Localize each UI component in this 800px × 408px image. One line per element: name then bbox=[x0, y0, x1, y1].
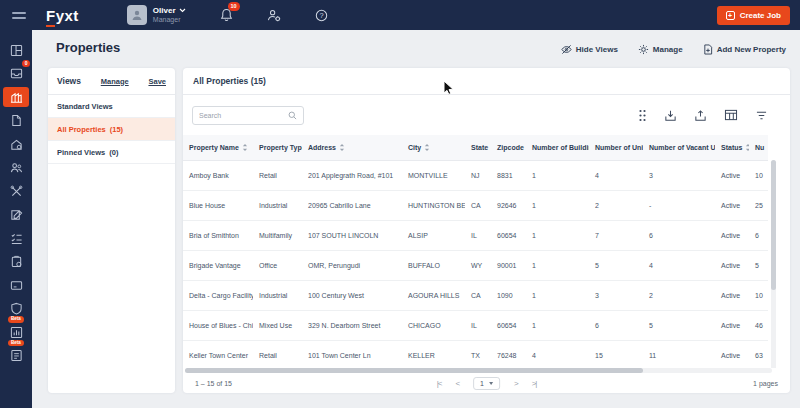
vertical-scrollbar-thumb[interactable] bbox=[771, 160, 776, 290]
table-cell: 6 bbox=[643, 220, 715, 250]
clipboard-clock-icon bbox=[10, 255, 23, 268]
page-select[interactable]: 1 bbox=[473, 377, 500, 390]
sidebar-item-tenants[interactable] bbox=[3, 134, 29, 154]
table-cell: NJ bbox=[465, 160, 491, 190]
shield-icon bbox=[10, 302, 23, 315]
table-cell: 92646 bbox=[491, 190, 526, 220]
column-header-label: Zipcode bbox=[497, 144, 524, 151]
sidebar-item-schedule[interactable] bbox=[3, 252, 29, 272]
table-cell: 100 Century West bbox=[302, 280, 402, 310]
table-row[interactable]: Keller Town CenterRetail101 Town Center … bbox=[183, 340, 768, 368]
sidebar-item-properties[interactable] bbox=[3, 87, 29, 107]
column-header-label: Address bbox=[308, 144, 336, 151]
main-panel: All Properties (15) bbox=[183, 68, 790, 393]
column-header-label: State bbox=[471, 144, 488, 151]
table-cell: Office bbox=[253, 250, 302, 280]
sidebar-nav: 0 Beta Beta bbox=[0, 30, 32, 408]
sidebar-item-tasks[interactable] bbox=[3, 205, 29, 225]
sidebar-item-documents[interactable] bbox=[3, 111, 29, 131]
columns-icon[interactable] bbox=[724, 109, 738, 121]
table-cell: 76248 bbox=[491, 340, 526, 368]
table-cell: 2 bbox=[589, 190, 643, 220]
column-header[interactable]: Number of Buildings bbox=[526, 135, 589, 160]
table-row[interactable]: Amboy BankRetail201 Applegrath Road, #10… bbox=[183, 160, 768, 190]
create-job-button[interactable]: + Create Job bbox=[717, 6, 790, 25]
sidebar-item-billing[interactable] bbox=[3, 275, 29, 295]
table-row[interactable]: Bria of SmithtonMultifamily107 SOUTH LIN… bbox=[183, 220, 768, 250]
table-cell: Brigade Vantage bbox=[183, 250, 253, 280]
sidebar-item-inbox[interactable]: 0 bbox=[3, 64, 29, 84]
column-header[interactable]: City bbox=[402, 135, 465, 160]
table-cell: 5 bbox=[589, 250, 643, 280]
chevron-down-icon bbox=[179, 8, 186, 13]
column-header[interactable]: State bbox=[465, 135, 491, 160]
table-cell: Multifamily bbox=[253, 220, 302, 250]
prev-page-button[interactable]: < bbox=[455, 379, 459, 388]
sidebar-item-checklist[interactable] bbox=[3, 228, 29, 248]
export-icon[interactable] bbox=[694, 109, 707, 122]
add-new-property-button[interactable]: Add New Property bbox=[703, 44, 786, 55]
import-icon[interactable] bbox=[664, 109, 677, 122]
search-box[interactable] bbox=[192, 106, 304, 125]
column-header[interactable]: Status bbox=[715, 135, 749, 160]
hide-views-button[interactable]: Hide Views bbox=[561, 44, 618, 55]
drag-dots-icon[interactable] bbox=[638, 109, 647, 122]
person-icon bbox=[131, 9, 143, 21]
table-cell: 107 SOUTH LINCOLN bbox=[302, 220, 402, 250]
column-header[interactable]: Number of Units bbox=[589, 135, 643, 160]
table-cell: House of Blues - Chicago bbox=[183, 310, 253, 340]
table-cell: 1 bbox=[526, 250, 589, 280]
table-cell: IL bbox=[465, 310, 491, 340]
table-cell: KELLER bbox=[402, 340, 465, 368]
notifications-badge: 10 bbox=[228, 2, 240, 11]
team-icon bbox=[10, 161, 23, 174]
next-page-button[interactable]: > bbox=[514, 379, 518, 388]
column-header-label: Property Name bbox=[189, 144, 239, 151]
search-input[interactable] bbox=[199, 112, 288, 119]
last-page-button[interactable]: >| bbox=[532, 379, 537, 388]
table-cell: 4 bbox=[526, 340, 589, 368]
top-bar: Fyxt Oliver Manager 10 ? + Create bbox=[0, 0, 800, 30]
column-header[interactable]: Property Name bbox=[183, 135, 253, 160]
table-row[interactable]: House of Blues - ChicagoMixed Use329 N. … bbox=[183, 310, 768, 340]
table-cell: Active bbox=[715, 190, 749, 220]
table-cell: HUNTINGTON BEACH bbox=[402, 190, 465, 220]
first-page-button[interactable]: |< bbox=[437, 379, 442, 388]
column-header[interactable]: Address bbox=[302, 135, 402, 160]
sidebar-item-reports[interactable]: Beta bbox=[3, 346, 29, 366]
view-item[interactable]: All Properties(15) bbox=[48, 118, 175, 141]
sidebar-item-maintenance[interactable] bbox=[3, 181, 29, 201]
view-item-label: Pinned Views bbox=[57, 148, 105, 157]
table-row[interactable]: Brigade VantageOfficeOMR, PerungudiBUFFA… bbox=[183, 250, 768, 280]
manage-button[interactable]: Manage bbox=[638, 44, 683, 55]
filter-icon[interactable] bbox=[755, 110, 768, 121]
table-row[interactable]: Delta - Cargo FacilityIndustrial100 Cent… bbox=[183, 280, 768, 310]
table-cell: 1090 bbox=[491, 280, 526, 310]
table-row[interactable]: Blue HouseIndustrial20965 Cabrillo LaneH… bbox=[183, 190, 768, 220]
menu-icon[interactable] bbox=[12, 9, 26, 22]
sidebar-item-team[interactable] bbox=[3, 158, 29, 178]
view-item[interactable]: Standard Views bbox=[48, 95, 175, 118]
table-cell: Active bbox=[715, 220, 749, 250]
column-header[interactable]: Nu bbox=[749, 135, 768, 160]
column-header[interactable]: Zipcode bbox=[491, 135, 526, 160]
vertical-scrollbar[interactable] bbox=[771, 160, 776, 368]
column-header[interactable]: Number of Vacant Units bbox=[643, 135, 715, 160]
views-manage-link[interactable]: Manage bbox=[101, 77, 129, 86]
notepad-pen-icon bbox=[10, 208, 23, 221]
column-header[interactable]: Property Type bbox=[253, 135, 302, 160]
avatar[interactable] bbox=[127, 5, 147, 25]
table-cell: Industrial bbox=[253, 280, 302, 310]
table-cell: Delta - Cargo Facility bbox=[183, 280, 253, 310]
notifications-button[interactable]: 10 bbox=[220, 8, 233, 22]
pages-count: 1 pages bbox=[753, 380, 778, 387]
user-management-button[interactable] bbox=[267, 9, 281, 22]
view-item[interactable]: Pinned Views(0) bbox=[48, 141, 175, 164]
table-cell: AGOURA HILLS bbox=[402, 280, 465, 310]
help-button[interactable]: ? bbox=[315, 9, 328, 22]
sidebar-item-dashboard[interactable] bbox=[3, 40, 29, 60]
header-actions: Hide Views Manage Add New Property bbox=[561, 44, 786, 55]
views-save-link[interactable]: Save bbox=[148, 77, 166, 86]
table-cell: ALSIP bbox=[402, 220, 465, 250]
user-menu[interactable]: Oliver Manager bbox=[153, 6, 186, 23]
